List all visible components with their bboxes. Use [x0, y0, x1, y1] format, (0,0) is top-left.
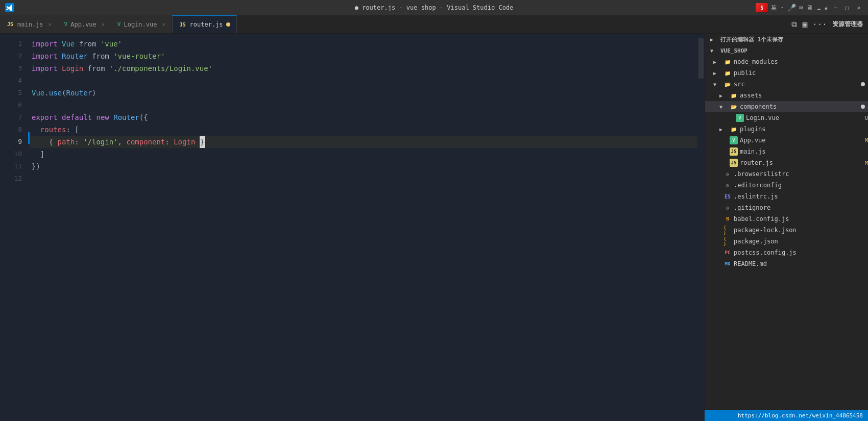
mic-icon[interactable]: 🎤	[787, 4, 796, 12]
tree-package-lock[interactable]: { } package-lock.json	[705, 225, 868, 236]
code-line-9: { path : '/login' , component : Login }	[30, 136, 697, 148]
folder-icon-plugins: 📁	[730, 125, 738, 133]
kw-router: Router	[62, 50, 88, 62]
sidebar: 打开的编辑器 1个未保存 VUE_SHOP 📁 node_modules 📁 p…	[705, 34, 868, 421]
postcss-config-label: postcss.config.js	[734, 249, 868, 256]
plugins-chevron	[719, 127, 728, 132]
code-line-10: ]	[30, 148, 697, 160]
project-header[interactable]: VUE_SHOP	[705, 45, 868, 56]
open-editors-header[interactable]: 打开的编辑器 1个未保存	[705, 34, 868, 45]
gitignore-label: .gitignore	[734, 204, 868, 211]
tab-label-app-vue: App.vue	[70, 21, 97, 28]
status-url: https://blog.csdn.net/weixin_44865458	[738, 412, 863, 419]
str-path-login: '/login'	[83, 136, 117, 148]
tree-login-vue[interactable]: V Login.vue U	[705, 112, 868, 123]
tree-eslintrc[interactable]: ES .eslintrc.js	[705, 191, 868, 202]
open-editors-chevron	[710, 37, 718, 42]
tree-plugins[interactable]: 📁 plugins	[705, 123, 868, 135]
tree-src[interactable]: 📂 src	[705, 79, 868, 90]
code-line-5: Vue . use ( Router )	[30, 87, 697, 99]
vue-icon: V	[64, 21, 68, 28]
tab-app-vue[interactable]: V App.vue ✕	[58, 15, 111, 33]
project-label: VUE_SHOP	[720, 47, 748, 54]
md-icon: MD	[724, 260, 732, 268]
js-icon-router: JS	[179, 20, 187, 29]
kw-export: export	[32, 111, 58, 123]
folder-icon-public: 📁	[724, 69, 732, 77]
kw-vue: Vue	[62, 38, 75, 50]
code-area[interactable]: 1 2 3 4 5 6 7 8 9 10 11 12	[0, 34, 705, 421]
editor-panel: 1 2 3 4 5 6 7 8 9 10 11 12	[0, 34, 705, 421]
code-line-7: export default new Router ({	[30, 111, 697, 123]
titlebar-controls[interactable]: S 英 · 🎤 ⌨ 🖥 ☁ ★ ─ □ ✕	[756, 3, 863, 12]
tree-readme[interactable]: MD README.md	[705, 258, 868, 269]
layout-icon[interactable]: ▣	[802, 19, 807, 29]
code-content[interactable]: import Vue from 'vue' import Router from	[30, 34, 697, 421]
vue-use-fn: use	[49, 87, 62, 99]
kw-from-3: from	[88, 62, 105, 75]
tree-main-js[interactable]: JS main.js	[705, 146, 868, 157]
public-chevron	[713, 70, 721, 76]
kw-import-2: import	[32, 50, 58, 62]
tree-editorconfig[interactable]: ⚙ .editorconfig	[705, 180, 868, 191]
tree-components[interactable]: 📂 components	[705, 101, 868, 112]
eslintrc-label: .eslintrc.js	[734, 193, 868, 200]
folder-icon-components: 📂	[730, 103, 738, 111]
tree-router-js[interactable]: JS router.js M	[705, 157, 868, 168]
readme-label: README.md	[734, 260, 868, 267]
tree-gitignore[interactable]: ⚙ .gitignore	[705, 202, 868, 213]
main-area: 1 2 3 4 5 6 7 8 9 10 11 12	[0, 34, 868, 421]
kw-import-1: import	[32, 38, 58, 50]
close-button[interactable]: ✕	[854, 5, 863, 11]
router-js-badge: M	[865, 160, 868, 166]
sougou-icon[interactable]: S	[756, 3, 768, 12]
tab-main-js[interactable]: JS main.js ✕	[0, 15, 58, 33]
str-login-path: './components/Login.vue'	[109, 62, 212, 75]
code-line-4	[30, 75, 697, 87]
keyboard-icon[interactable]: ⌨	[799, 4, 803, 12]
tab-router-js[interactable]: JS router.js	[172, 15, 237, 33]
postcss-icon: PC	[724, 249, 732, 257]
js-file-icon-router: JS	[730, 159, 738, 167]
assets-chevron	[719, 93, 728, 98]
tree-package-json[interactable]: { } package.json	[705, 236, 868, 247]
tree-public[interactable]: 📁 public	[705, 67, 868, 79]
tab-close-app-vue[interactable]: ✕	[102, 21, 105, 27]
src-unsaved-dot	[861, 82, 865, 86]
tree-node-modules[interactable]: 📁 node_modules	[705, 56, 868, 67]
plugins-label: plugins	[740, 126, 868, 133]
cloud-icon[interactable]: ☁	[816, 4, 821, 12]
tree-app-vue[interactable]: V App.vue M	[705, 135, 868, 146]
package-lock-label: package-lock.json	[734, 227, 868, 234]
more-icon[interactable]: ···	[812, 19, 827, 29]
folder-icon-node-modules: 📁	[724, 58, 732, 66]
minimap-scrollbar[interactable]	[697, 34, 705, 421]
str-vue: 'vue'	[101, 38, 122, 50]
resource-manager-label: 资源管理器	[832, 20, 863, 29]
tree-postcss-config[interactable]: PC postcss.config.js	[705, 247, 868, 258]
tree-browserslistrc[interactable]: ⚙ .browserslistrc	[705, 168, 868, 180]
tab-close-login-vue[interactable]: ✕	[162, 21, 165, 27]
star-icon[interactable]: ★	[824, 4, 828, 12]
tab-bar: JS main.js ✕ V App.vue ✕ V Login.vue ✕ J…	[0, 15, 786, 33]
src-label: src	[734, 81, 859, 88]
minimap-thumb[interactable]	[698, 38, 704, 79]
monitor-icon[interactable]: 🖥	[806, 4, 813, 12]
unsaved-dot	[226, 22, 230, 27]
tab-close-main-js[interactable]: ✕	[49, 21, 52, 27]
folder-icon-src: 📂	[724, 80, 732, 88]
ln-3: 3	[0, 62, 22, 75]
maximize-button[interactable]: □	[843, 5, 852, 11]
tree-assets[interactable]: 📁 assets	[705, 90, 868, 101]
editorconfig-label: .editorconfig	[734, 182, 868, 189]
minimize-button[interactable]: ─	[831, 5, 840, 11]
ln-2: 2	[0, 50, 22, 62]
eslint-icon: ES	[724, 192, 732, 201]
split-editor-icon[interactable]: ⧉	[791, 19, 797, 29]
app-vue-badge: M	[865, 138, 868, 143]
login-vue-label: Login.vue	[746, 114, 861, 121]
tab-login-vue[interactable]: V Login.vue ✕	[111, 15, 172, 33]
tree-babel-config[interactable]: B babel.config.js	[705, 213, 868, 225]
code-line-2: import Router from 'vue-router'	[30, 50, 697, 62]
kw-path: path	[58, 136, 75, 148]
